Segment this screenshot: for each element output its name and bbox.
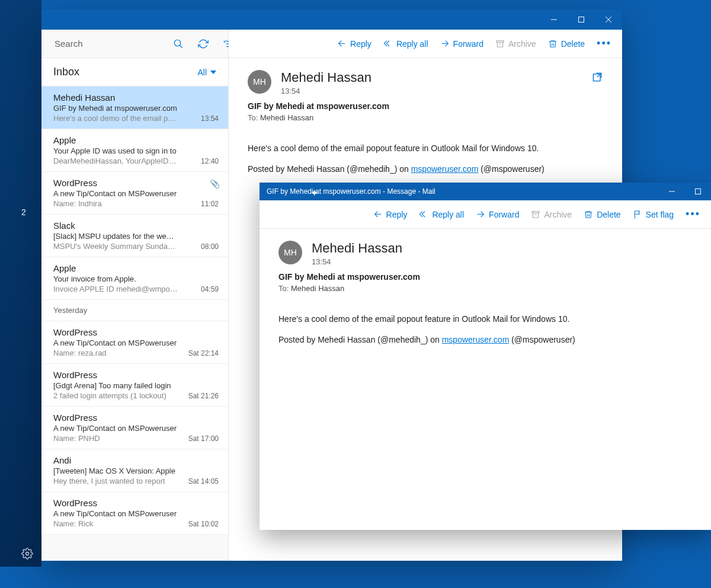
popup-minimize-button[interactable] [659, 183, 685, 200]
svg-line-6 [180, 45, 182, 48]
popup-message-header: MH Mehedi Hassan 13:54 [260, 229, 711, 272]
item-preview: Here's a cool demo of the email popout [53, 114, 178, 123]
folder-filter-dropdown[interactable]: All [197, 68, 216, 77]
item-time: 13:54 [201, 114, 219, 123]
item-subject: A new Tip/Contact on MSPoweruser [53, 338, 178, 347]
item-subject: Your invoice from Apple. [53, 274, 178, 283]
attachment-icon: 📎 [210, 179, 220, 188]
svg-rect-12 [497, 40, 504, 42]
body-link[interactable]: mspoweruser.com [411, 164, 479, 174]
item-time: Sat 21:26 [188, 392, 219, 400]
sync-icon[interactable] [193, 34, 213, 54]
item-sender: Andi [53, 455, 216, 465]
item-time: Sat 14:05 [188, 477, 219, 485]
body-line: Posted by Mehedi Hassan (@mehedih_) on m… [248, 163, 603, 175]
item-preview: Name: reza.rad Sat 22:14 [53, 349, 178, 357]
popup-reply-button[interactable]: Reply [373, 210, 408, 219]
message-list-item[interactable]: Slack[Slack] MSPU updates for the week o… [41, 215, 228, 257]
svg-point-0 [26, 552, 29, 555]
item-subject: A new Tip/Contact on MSPoweruser [53, 189, 178, 198]
message-list[interactable]: Mehedi HassanGIF by Mehedi at mspoweruse… [41, 87, 228, 561]
message-subject: GIF by Mehedi at mspoweruser.com [248, 101, 603, 111]
search-icon[interactable] [168, 34, 188, 54]
popup-maximize-button[interactable] [685, 183, 711, 200]
reading-toolbar: Reply Reply all Forward Archive Delete •… [229, 30, 622, 58]
popup-reply-all-button[interactable]: Reply all [419, 210, 464, 219]
item-subject: [Tweeten] Mac OS X Version: Apple [53, 466, 178, 475]
svg-point-5 [174, 40, 181, 46]
window-close-button[interactable] [595, 9, 622, 30]
item-time: 12:40 [201, 157, 219, 165]
window-minimize-button[interactable] [540, 9, 568, 30]
reply-button[interactable]: Reply [337, 39, 371, 49]
message-meta: GIF by Mehedi at mspoweruser.com To: Meh… [229, 101, 622, 122]
item-subject: [Gdgt Arena] Too many failed login [53, 381, 178, 390]
more-actions-button[interactable]: ••• [597, 37, 611, 50]
popup-more-actions-button[interactable]: ••• [686, 208, 700, 220]
body-line: Here's a cool demo of the email popout f… [278, 313, 692, 325]
window-maximize-button[interactable] [568, 9, 595, 30]
svg-rect-2 [579, 17, 584, 23]
popup-forward-button[interactable]: Forward [476, 210, 519, 219]
body-line: Posted by Mehedi Hassan (@mehedih_) on m… [278, 334, 692, 346]
popup-toolbar: Reply Reply all Forward Archive Delete S… [260, 200, 711, 229]
desktop-taskbar [0, 567, 711, 588]
search-input[interactable] [53, 38, 168, 49]
item-time: Sat 17:00 [188, 434, 219, 443]
message-list-pane: Inbox All Mehedi HassanGIF by Mehedi at … [41, 30, 229, 561]
item-sender: WordPress [53, 178, 216, 188]
item-sender: WordPress [53, 498, 216, 508]
popup-set-flag-button[interactable]: Set flag [633, 210, 674, 219]
item-preview: Hey there, I just wanted to report [53, 477, 178, 485]
message-list-item[interactable]: WordPressA new Tip/Contact on MSPoweruse… [41, 321, 228, 364]
settings-icon[interactable] [21, 548, 33, 562]
mail-titlebar[interactable] [41, 9, 622, 30]
item-time: 11:02 [201, 200, 219, 208]
message-list-item[interactable]: AppleYour Apple ID was used to sign in t… [41, 129, 228, 172]
item-preview: Name: Rick Sat 10:02 [53, 519, 178, 528]
message-list-item[interactable]: AppleYour invoice from Apple.Invoice APP… [41, 257, 228, 300]
popout-icon[interactable] [591, 71, 603, 85]
forward-button[interactable]: Forward [440, 39, 483, 49]
item-subject: A new Tip/Contact on MSPoweruser [53, 424, 178, 433]
chevron-down-icon [210, 71, 216, 74]
message-list-item[interactable]: WordPress[Gdgt Arena] Too many failed lo… [41, 364, 228, 407]
popup-message-subject: GIF by Mehedi at mspoweruser.com [278, 272, 692, 282]
message-list-item[interactable]: Mehedi HassanGIF by Mehedi at mspoweruse… [41, 87, 228, 129]
popup-delete-button[interactable]: Delete [584, 210, 620, 219]
popup-archive-button: Archive [531, 210, 572, 219]
item-subject: Your Apple ID was used to sign in to [53, 146, 178, 155]
folder-title: Inbox [53, 66, 79, 78]
message-list-item[interactable]: WordPressA new Tip/Contact on MSPoweruse… [41, 172, 228, 215]
body-link[interactable]: mspoweruser.com [442, 335, 510, 344]
message-header: MH Mehedi Hassan 13:54 [229, 58, 622, 101]
item-subject: GIF by Mehedi at mspoweruser.com [53, 104, 178, 113]
sender-avatar: MH [248, 70, 271, 94]
message-to: To: Mehedi Hassan [248, 113, 603, 122]
item-sender: Apple [53, 135, 216, 145]
message-list-item[interactable]: WordPressA new Tip/Contact on MSPoweruse… [41, 492, 228, 535]
item-preview: Name: Indhira [53, 199, 178, 208]
taskbar-badge: 2 [21, 207, 26, 217]
item-preview: MSPU's Weekly Summary Sunday, May [53, 242, 178, 251]
item-preview: Invoice APPLE ID mehedi@wmpoweruser [53, 285, 178, 293]
message-list-item[interactable]: Andi[Tweeten] Mac OS X Version: AppleHey… [41, 449, 228, 492]
delete-button[interactable]: Delete [548, 39, 585, 49]
reply-all-button[interactable]: Reply all [383, 39, 428, 49]
popup-message-window: GIF by Mehedi at mspoweruser.com - Messa… [260, 183, 711, 530]
popup-title: GIF by Mehedi at mspoweruser.com - Messa… [267, 187, 435, 196]
message-list-item[interactable]: WordPressA new Tip/Contact on MSPoweruse… [41, 407, 228, 449]
popup-titlebar[interactable]: GIF by Mehedi at mspoweruser.com - Messa… [260, 183, 711, 200]
desktop-left-strip: 2 [0, 0, 41, 588]
item-preview: Name: PNHD [53, 434, 178, 443]
popup-message-to: To: Mehedi Hassan [278, 284, 692, 293]
folder-header: Inbox All [41, 58, 228, 87]
item-time: 04:59 [201, 285, 219, 293]
item-subject: A new Tip/Contact on MSPoweruser [53, 509, 178, 518]
item-sender: WordPress [53, 370, 216, 380]
item-sender: WordPress [53, 327, 216, 337]
svg-rect-20 [532, 211, 539, 213]
item-sender: WordPress [53, 413, 216, 423]
item-subject: [Slack] MSPU updates for the week of [53, 232, 178, 241]
archive-button: Archive [495, 39, 536, 49]
